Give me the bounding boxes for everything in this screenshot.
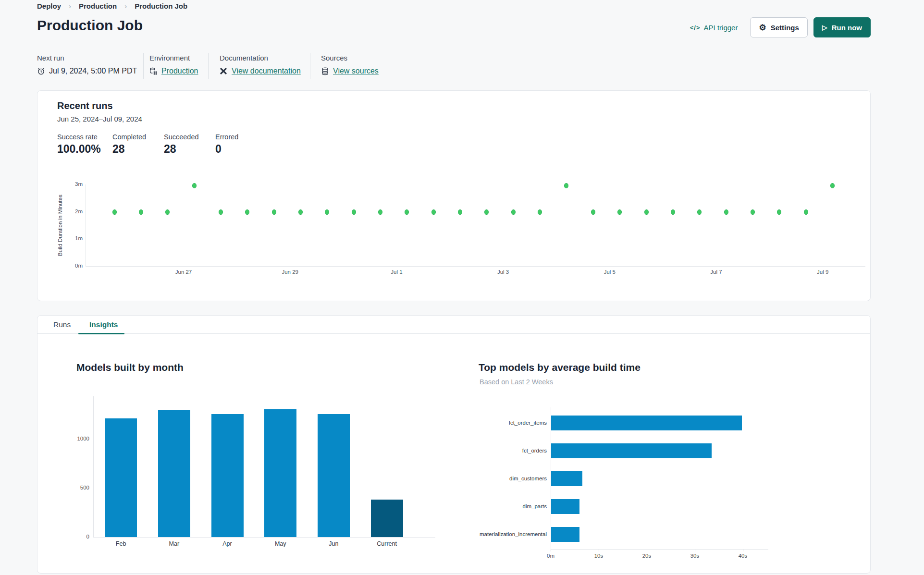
scatter-point[interactable] [458, 209, 462, 215]
bar-current[interactable] [371, 500, 403, 537]
database-icon [321, 67, 329, 75]
scatter-x-tick: Jul 9 [808, 269, 837, 275]
scatter-point[interactable] [751, 209, 755, 215]
breadcrumb: Deploy › Production › Production Job [37, 2, 187, 10]
hbar-x-tick-mark [695, 549, 695, 551]
hbar-row-label: materialization_incremental [431, 531, 547, 537]
hbar-materialization_incremental[interactable] [551, 527, 579, 542]
code-icon: </> [690, 24, 701, 31]
tab-insights[interactable]: Insights [89, 316, 118, 334]
breadcrumb-deploy[interactable]: Deploy [37, 2, 61, 10]
scatter-point[interactable] [538, 209, 542, 215]
scatter-point[interactable] [617, 209, 622, 215]
top-models-chart-subtitle: Based on Last 2 Weeks [480, 378, 553, 386]
bar-feb[interactable] [105, 418, 137, 537]
hbar-x-tick: 10s [587, 553, 611, 559]
scatter-point[interactable] [405, 209, 409, 215]
tab-bar: Runs Insights [37, 316, 870, 334]
stat-value: 28 [164, 143, 199, 156]
scatter-point[interactable] [777, 209, 781, 215]
hbar-x-tick-mark [551, 549, 551, 551]
scatter-point[interactable] [272, 209, 276, 215]
scatter-point[interactable] [352, 209, 356, 215]
scatter-point[interactable] [830, 183, 835, 188]
stat-completed: Completed 28 [112, 133, 146, 156]
hbar-dim_customers[interactable] [551, 471, 582, 486]
hbar-x-tick-mark [647, 549, 647, 551]
bar-x-tick: Current [368, 540, 406, 547]
view-documentation-link[interactable]: View documentation [232, 67, 301, 75]
hbar-row-label: dim_customers [431, 476, 547, 481]
stat-value: 0 [215, 143, 238, 156]
scatter-x-tick: Jun 29 [276, 269, 305, 275]
scatter-point[interactable] [644, 209, 649, 215]
scatter-point[interactable] [192, 183, 197, 188]
breadcrumb-production[interactable]: Production [79, 2, 117, 10]
scatter-y-axis [86, 184, 86, 266]
meta-divider [310, 53, 310, 79]
run-now-button[interactable]: ▷ Run now [813, 17, 871, 37]
bar-mar[interactable] [158, 410, 190, 537]
view-sources-link[interactable]: View sources [333, 67, 379, 75]
scatter-y-tick: 1m [68, 235, 83, 241]
scatter-point[interactable] [564, 183, 568, 188]
scatter-point[interactable] [697, 209, 702, 215]
scatter-point[interactable] [484, 209, 489, 215]
stat-success-rate: Success rate 100.00% [57, 133, 101, 156]
bar-x-tick: Mar [155, 540, 193, 547]
hbar-x-tick-mark [599, 549, 599, 551]
api-trigger-link[interactable]: </> API trigger [690, 24, 738, 32]
stat-value: 28 [112, 143, 146, 156]
breadcrumb-production-job[interactable]: Production Job [135, 2, 187, 10]
models-built-chart-title: Models built by month [76, 362, 184, 373]
bar-jun[interactable] [318, 414, 350, 537]
scatter-x-tick: Jul 1 [382, 269, 411, 275]
scatter-x-tick: Jul 3 [489, 269, 517, 275]
scatter-point[interactable] [591, 209, 595, 215]
scatter-point[interactable] [245, 209, 249, 215]
meta-divider [143, 53, 144, 79]
environment-link[interactable]: Production [161, 67, 198, 75]
scatter-point[interactable] [325, 209, 329, 215]
scatter-point[interactable] [724, 209, 728, 215]
recent-runs-title: Recent runs [57, 100, 113, 111]
scatter-y-tick: 0m [68, 263, 83, 269]
scatter-x-axis [86, 266, 865, 267]
bar-x-tick: Apr [208, 540, 246, 547]
stat-label: Completed [112, 133, 146, 141]
bar-may[interactable] [264, 409, 296, 537]
scatter-point[interactable] [219, 209, 223, 215]
scatter-point[interactable] [165, 209, 170, 215]
scatter-point[interactable] [139, 209, 143, 215]
settings-button[interactable]: ⚙ Settings [750, 17, 807, 37]
bar-y-tick: 0 [72, 534, 89, 539]
hbar-x-tick: 20s [635, 553, 659, 559]
bar-x-tick: Feb [102, 540, 140, 547]
clock-icon [37, 67, 45, 75]
dbt-docs-icon [220, 67, 228, 75]
scatter-point[interactable] [298, 209, 303, 215]
hbar-fct_orders[interactable] [551, 443, 712, 458]
scatter-point[interactable] [671, 209, 675, 215]
settings-label: Settings [771, 24, 799, 32]
bar-apr[interactable] [211, 414, 244, 537]
top-models-chart-title: Top models by average build time [479, 362, 641, 373]
scatter-point[interactable] [431, 209, 436, 215]
scatter-point[interactable] [511, 209, 516, 215]
run-now-label: Run now [832, 24, 862, 32]
hbar-row-label: dim_parts [431, 503, 547, 509]
tab-runs[interactable]: Runs [53, 316, 71, 334]
hbar-x-tick-mark [743, 549, 743, 551]
stat-succeeded: Succeeded 28 [164, 133, 199, 156]
hbar-fct_order_items[interactable] [551, 416, 742, 430]
scatter-x-tick: Jul 7 [702, 269, 731, 275]
scatter-point[interactable] [378, 209, 382, 215]
next-run-label: Next run [37, 54, 137, 62]
hbar-dim_parts[interactable] [551, 499, 579, 514]
scatter-point[interactable] [804, 209, 808, 215]
bar-y-tick: 1000 [72, 436, 89, 441]
gear-icon: ⚙ [759, 24, 766, 32]
sources-label: Sources [321, 54, 379, 62]
scatter-point[interactable] [112, 209, 117, 215]
environment-label: Environment [149, 54, 198, 62]
